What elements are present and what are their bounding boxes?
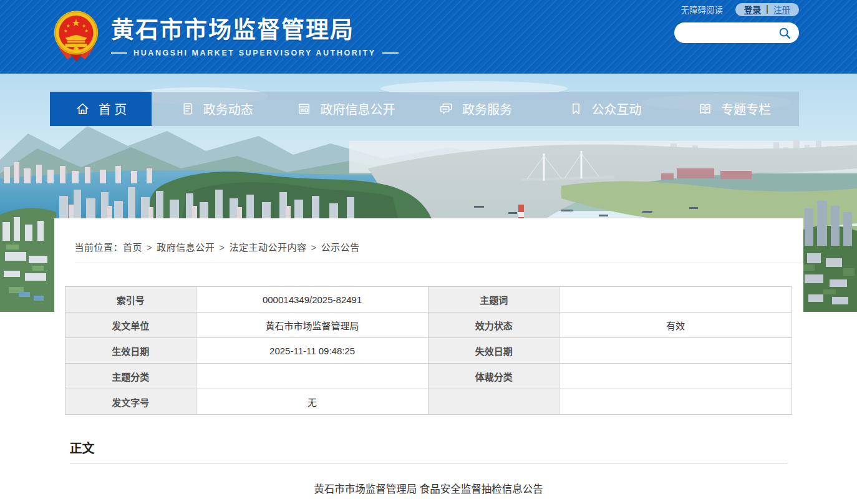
breadcrumb-info-disclosure[interactable]: 政府信息公开 — [157, 242, 215, 253]
news-icon — [180, 101, 195, 117]
article-section-heading: 正文 — [70, 439, 788, 464]
site-logo[interactable]: ★ ★ ★ ★ ★ 黄石市市场监督管理局 HUANGSHI MARKET SUP… — [50, 9, 399, 66]
nav-item-home[interactable]: 首 页 — [50, 92, 152, 126]
open-book-icon — [697, 101, 713, 117]
accessibility-link[interactable]: 无障碍阅读 — [681, 3, 724, 16]
table-row: 索引号 000014349/2025-82491 主题词 — [65, 287, 792, 313]
svg-text:★: ★ — [64, 28, 68, 34]
auth-separator — [767, 5, 768, 14]
article-title: 黄石市市场监督管理局 食品安全监督抽检信息公告 — [54, 481, 803, 496]
breadcrumb-statutory-content[interactable]: 法定主动公开内容 — [230, 242, 307, 253]
nav-item-label: 政务动态 — [203, 100, 253, 118]
site-title: 黄石市市场监督管理局 — [111, 17, 399, 44]
nav-item-news[interactable]: 政务动态 — [152, 92, 281, 126]
meta-label-subject-category: 主题分类 — [65, 364, 196, 389]
nav-item-label: 政府信息公开 — [320, 100, 395, 118]
site-subtitle-row: HUANGSHI MARKET SUPERVISORY AUTHORITY — [111, 49, 399, 57]
table-row: 生效日期 2025-11-11 09:48:25 失效日期 — [65, 338, 792, 364]
breadcrumb-separator: > — [147, 242, 152, 253]
meta-value-genre-category — [559, 364, 792, 389]
nav-item-label: 首 页 — [99, 100, 127, 118]
breadcrumb-home[interactable]: 首页 — [123, 242, 142, 253]
main-nav: 首 页 政务动态 政府信息公开 政务服务 — [50, 92, 799, 126]
breadcrumb-separator: > — [311, 242, 317, 253]
nav-item-label: 公众互动 — [592, 100, 642, 118]
service-chat-icon — [438, 101, 454, 117]
breadcrumb-current-notices: 公示公告 — [321, 242, 360, 253]
meta-label-empty — [428, 389, 559, 415]
nav-item-label: 专题专栏 — [721, 100, 771, 118]
header-top-links: 无障碍阅读 登录 注册 — [681, 2, 800, 16]
content-card: 当前位置：首页>政府信息公开>法定主动公开内容>公示公告 索引号 0000143… — [54, 218, 803, 504]
national-emblem-icon: ★ ★ ★ ★ ★ — [50, 9, 102, 66]
login-link[interactable]: 登录 — [744, 3, 761, 16]
meta-value-issuing-unit: 黄石市市场监督管理局 — [196, 313, 428, 338]
site-subtitle: HUANGSHI MARKET SUPERVISORY AUTHORITY — [133, 49, 376, 57]
meta-value-document-number: 无 — [196, 389, 428, 415]
search-icon[interactable] — [777, 25, 793, 41]
table-row: 主题分类 体裁分类 — [65, 364, 792, 389]
nav-item-topics[interactable]: 专题专栏 — [669, 92, 799, 126]
meta-value-subject-words — [559, 287, 792, 313]
home-icon — [75, 101, 90, 117]
meta-label-expiry-date: 失效日期 — [428, 338, 559, 364]
table-row: 发文单位 黄石市市场监督管理局 效力状态 有效 — [65, 313, 792, 338]
meta-label-document-number: 发文字号 — [65, 389, 196, 415]
site-header: ★ ★ ★ ★ ★ 黄石市市场监督管理局 HUANGSHI MARKET SUP… — [0, 0, 857, 74]
nav-item-services[interactable]: 政务服务 — [410, 92, 540, 126]
auth-badge: 登录 注册 — [735, 3, 799, 16]
subtitle-dash-left — [111, 52, 127, 54]
nav-item-info-disclosure[interactable]: 政府信息公开 — [281, 92, 411, 126]
meta-value-index-number: 000014349/2025-82491 — [196, 287, 428, 313]
nav-item-label: 政务服务 — [462, 100, 512, 118]
meta-value-expiry-date — [559, 338, 792, 364]
breadcrumb: 当前位置：首页>政府信息公开>法定主动公开内容>公示公告 — [75, 240, 797, 253]
register-link[interactable]: 注册 — [773, 3, 790, 16]
meta-label-effective-date: 生效日期 — [65, 338, 196, 364]
breadcrumb-prefix: 当前位置： — [75, 242, 123, 253]
meta-value-effective-date: 2025-11-11 09:48:25 — [196, 338, 428, 364]
subtitle-dash-right — [382, 52, 399, 54]
meta-value-validity-status: 有效 — [559, 313, 792, 338]
meta-label-subject-words: 主题词 — [428, 287, 559, 313]
table-row: 发文字号 无 — [65, 389, 792, 415]
nav-item-interaction[interactable]: 公众互动 — [540, 92, 670, 126]
svg-text:★: ★ — [84, 28, 89, 34]
site-search — [674, 22, 799, 43]
brand-text: 黄石市市场监督管理局 HUANGSHI MARKET SUPERVISORY A… — [111, 17, 399, 57]
breadcrumb-divider — [75, 263, 801, 263]
document-meta-table: 索引号 000014349/2025-82491 主题词 发文单位 黄石市市场监… — [65, 286, 792, 415]
meta-label-genre-category: 体裁分类 — [428, 364, 559, 389]
meta-value-subject-category — [196, 364, 428, 389]
meta-label-validity-status: 效力状态 — [428, 313, 559, 338]
info-disclosure-icon — [296, 101, 312, 117]
meta-label-issuing-unit: 发文单位 — [65, 313, 196, 338]
meta-label-index-number: 索引号 — [65, 287, 196, 313]
search-input[interactable] — [684, 28, 777, 38]
breadcrumb-separator: > — [219, 242, 225, 253]
meta-value-empty — [559, 389, 792, 415]
svg-text:★: ★ — [72, 17, 80, 28]
bookmark-icon — [568, 101, 584, 117]
